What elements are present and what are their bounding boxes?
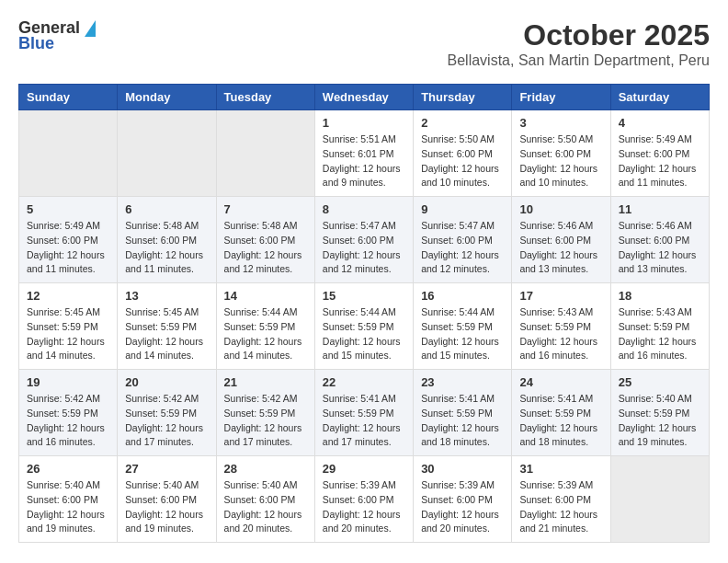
- day-info: Sunrise: 5:47 AMSunset: 6:00 PMDaylight:…: [323, 219, 405, 277]
- calendar-day-cell: 21Sunrise: 5:42 AMSunset: 5:59 PMDayligh…: [216, 370, 314, 456]
- day-info: Sunrise: 5:41 AMSunset: 5:59 PMDaylight:…: [323, 392, 405, 450]
- weekday-header: Tuesday: [216, 85, 314, 110]
- day-info: Sunrise: 5:42 AMSunset: 5:59 PMDaylight:…: [27, 392, 109, 450]
- calendar-day-cell: 24Sunrise: 5:41 AMSunset: 5:59 PMDayligh…: [512, 370, 610, 456]
- day-number: 9: [421, 202, 504, 216]
- weekday-header: Sunday: [19, 85, 118, 110]
- day-number: 7: [224, 202, 307, 216]
- day-number: 8: [323, 202, 405, 216]
- day-number: 18: [619, 289, 701, 303]
- calendar-day-cell: 11Sunrise: 5:46 AMSunset: 6:00 PMDayligh…: [610, 197, 709, 283]
- day-number: 3: [519, 116, 602, 130]
- day-info: Sunrise: 5:44 AMSunset: 5:59 PMDaylight:…: [421, 305, 504, 363]
- day-info: Sunrise: 5:43 AMSunset: 5:59 PMDaylight:…: [519, 305, 602, 363]
- day-number: 26: [27, 462, 109, 476]
- calendar-day-cell: 29Sunrise: 5:39 AMSunset: 6:00 PMDayligh…: [314, 456, 413, 543]
- calendar-day-cell: 28Sunrise: 5:40 AMSunset: 6:00 PMDayligh…: [216, 456, 314, 543]
- logo-blue: Blue: [18, 34, 54, 53]
- day-info: Sunrise: 5:41 AMSunset: 5:59 PMDaylight:…: [421, 392, 504, 450]
- day-number: 13: [125, 289, 208, 303]
- day-info: Sunrise: 5:43 AMSunset: 5:59 PMDaylight:…: [619, 305, 701, 363]
- calendar-day-cell: 30Sunrise: 5:39 AMSunset: 6:00 PMDayligh…: [414, 456, 512, 543]
- day-info: Sunrise: 5:46 AMSunset: 6:00 PMDaylight:…: [619, 219, 701, 277]
- day-info: Sunrise: 5:41 AMSunset: 5:59 PMDaylight:…: [519, 392, 602, 450]
- day-number: 23: [421, 375, 504, 389]
- day-number: 17: [519, 289, 602, 303]
- day-number: 15: [323, 289, 405, 303]
- day-number: 20: [125, 375, 208, 389]
- calendar-day-cell: 10Sunrise: 5:46 AMSunset: 6:00 PMDayligh…: [512, 197, 610, 283]
- page-title: October 2025: [448, 18, 710, 52]
- calendar-day-cell: 27Sunrise: 5:40 AMSunset: 6:00 PMDayligh…: [118, 456, 216, 543]
- day-number: 30: [421, 462, 504, 476]
- weekday-header: Friday: [512, 85, 610, 110]
- calendar-day-cell: 9Sunrise: 5:47 AMSunset: 6:00 PMDaylight…: [414, 197, 512, 283]
- day-number: 29: [323, 462, 405, 476]
- day-info: Sunrise: 5:50 AMSunset: 6:00 PMDaylight:…: [421, 132, 504, 190]
- calendar-day-cell: 15Sunrise: 5:44 AMSunset: 5:59 PMDayligh…: [314, 283, 413, 370]
- calendar-day-cell: [216, 110, 314, 197]
- day-info: Sunrise: 5:44 AMSunset: 5:59 PMDaylight:…: [323, 305, 405, 363]
- weekday-header: Thursday: [414, 85, 512, 110]
- day-number: 22: [323, 375, 405, 389]
- calendar-day-cell: 16Sunrise: 5:44 AMSunset: 5:59 PMDayligh…: [414, 283, 512, 370]
- day-info: Sunrise: 5:48 AMSunset: 6:00 PMDaylight:…: [224, 219, 307, 277]
- day-number: 25: [619, 375, 701, 389]
- calendar-day-cell: 22Sunrise: 5:41 AMSunset: 5:59 PMDayligh…: [314, 370, 413, 456]
- weekday-header: Saturday: [610, 85, 709, 110]
- calendar-header-row: SundayMondayTuesdayWednesdayThursdayFrid…: [19, 85, 710, 110]
- day-number: 19: [27, 375, 109, 389]
- calendar-day-cell: 19Sunrise: 5:42 AMSunset: 5:59 PMDayligh…: [19, 370, 118, 456]
- day-info: Sunrise: 5:48 AMSunset: 6:00 PMDaylight:…: [125, 219, 208, 277]
- day-info: Sunrise: 5:49 AMSunset: 6:00 PMDaylight:…: [619, 132, 701, 190]
- calendar-week-row: 1Sunrise: 5:51 AMSunset: 6:01 PMDaylight…: [19, 110, 710, 197]
- day-info: Sunrise: 5:51 AMSunset: 6:01 PMDaylight:…: [323, 132, 405, 190]
- calendar-day-cell: [610, 456, 709, 543]
- day-number: 31: [519, 462, 602, 476]
- calendar-day-cell: 1Sunrise: 5:51 AMSunset: 6:01 PMDaylight…: [314, 110, 413, 197]
- day-info: Sunrise: 5:45 AMSunset: 5:59 PMDaylight:…: [125, 305, 208, 363]
- day-info: Sunrise: 5:50 AMSunset: 6:00 PMDaylight:…: [519, 132, 602, 190]
- weekday-header: Monday: [118, 85, 216, 110]
- calendar-day-cell: 3Sunrise: 5:50 AMSunset: 6:00 PMDaylight…: [512, 110, 610, 197]
- day-info: Sunrise: 5:45 AMSunset: 5:59 PMDaylight:…: [27, 305, 109, 363]
- day-info: Sunrise: 5:42 AMSunset: 5:59 PMDaylight:…: [125, 392, 208, 450]
- day-info: Sunrise: 5:40 AMSunset: 6:00 PMDaylight:…: [27, 478, 109, 536]
- day-number: 6: [125, 202, 208, 216]
- day-number: 4: [619, 116, 701, 130]
- calendar-day-cell: 31Sunrise: 5:39 AMSunset: 6:00 PMDayligh…: [512, 456, 610, 543]
- day-number: 1: [323, 116, 405, 130]
- calendar-day-cell: 18Sunrise: 5:43 AMSunset: 5:59 PMDayligh…: [610, 283, 709, 370]
- calendar-week-row: 26Sunrise: 5:40 AMSunset: 6:00 PMDayligh…: [19, 456, 710, 543]
- calendar-day-cell: 8Sunrise: 5:47 AMSunset: 6:00 PMDaylight…: [314, 197, 413, 283]
- calendar-day-cell: 20Sunrise: 5:42 AMSunset: 5:59 PMDayligh…: [118, 370, 216, 456]
- calendar-day-cell: 25Sunrise: 5:40 AMSunset: 5:59 PMDayligh…: [610, 370, 709, 456]
- calendar-day-cell: [118, 110, 216, 197]
- day-number: 24: [519, 375, 602, 389]
- day-number: 14: [224, 289, 307, 303]
- calendar-day-cell: 13Sunrise: 5:45 AMSunset: 5:59 PMDayligh…: [118, 283, 216, 370]
- day-info: Sunrise: 5:39 AMSunset: 6:00 PMDaylight:…: [519, 478, 602, 536]
- calendar-day-cell: 23Sunrise: 5:41 AMSunset: 5:59 PMDayligh…: [414, 370, 512, 456]
- day-number: 2: [421, 116, 504, 130]
- calendar-day-cell: 26Sunrise: 5:40 AMSunset: 6:00 PMDayligh…: [19, 456, 118, 543]
- calendar-day-cell: 12Sunrise: 5:45 AMSunset: 5:59 PMDayligh…: [19, 283, 118, 370]
- logo-icon: [85, 20, 96, 37]
- day-info: Sunrise: 5:39 AMSunset: 6:00 PMDaylight:…: [421, 478, 504, 536]
- calendar-day-cell: 17Sunrise: 5:43 AMSunset: 5:59 PMDayligh…: [512, 283, 610, 370]
- page-subtitle: Bellavista, San Martin Department, Peru: [448, 52, 710, 69]
- calendar-day-cell: [19, 110, 118, 197]
- calendar-day-cell: 14Sunrise: 5:44 AMSunset: 5:59 PMDayligh…: [216, 283, 314, 370]
- calendar-day-cell: 5Sunrise: 5:49 AMSunset: 6:00 PMDaylight…: [19, 197, 118, 283]
- calendar-day-cell: 2Sunrise: 5:50 AMSunset: 6:00 PMDaylight…: [414, 110, 512, 197]
- calendar-table: SundayMondayTuesdayWednesdayThursdayFrid…: [18, 84, 710, 543]
- day-info: Sunrise: 5:40 AMSunset: 6:00 PMDaylight:…: [125, 478, 208, 536]
- weekday-header: Wednesday: [314, 85, 413, 110]
- title-block: October 2025 Bellavista, San Martin Depa…: [448, 18, 710, 69]
- page-header: General Blue October 2025 Bellavista, Sa…: [18, 18, 710, 69]
- day-number: 21: [224, 375, 307, 389]
- calendar-week-row: 12Sunrise: 5:45 AMSunset: 5:59 PMDayligh…: [19, 283, 710, 370]
- day-info: Sunrise: 5:40 AMSunset: 6:00 PMDaylight:…: [224, 478, 307, 536]
- day-number: 10: [519, 202, 602, 216]
- day-number: 16: [421, 289, 504, 303]
